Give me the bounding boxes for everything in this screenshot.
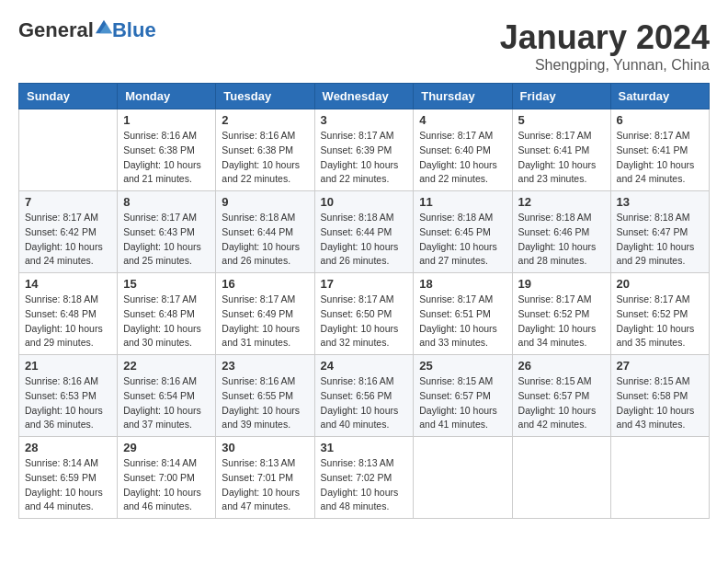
calendar-cell: 23Sunrise: 8:16 AMSunset: 6:55 PMDayligh… bbox=[216, 355, 314, 437]
day-info: Sunrise: 8:14 AMSunset: 7:00 PMDaylight:… bbox=[123, 456, 210, 514]
day-number: 19 bbox=[518, 277, 605, 291]
day-info: Sunrise: 8:16 AMSunset: 6:54 PMDaylight:… bbox=[123, 374, 210, 432]
location: Shengping, Yunnan, China bbox=[500, 57, 710, 74]
calendar-cell: 31Sunrise: 8:13 AMSunset: 7:02 PMDayligh… bbox=[314, 437, 414, 519]
calendar-week-row: 7Sunrise: 8:17 AMSunset: 6:42 PMDaylight… bbox=[19, 191, 710, 273]
calendar-week-row: 14Sunrise: 8:18 AMSunset: 6:48 PMDayligh… bbox=[19, 273, 710, 355]
day-number: 17 bbox=[321, 277, 408, 291]
day-number: 6 bbox=[617, 113, 703, 127]
day-info: Sunrise: 8:17 AMSunset: 6:50 PMDaylight:… bbox=[321, 293, 408, 350]
calendar-cell: 8Sunrise: 8:17 AMSunset: 6:43 PMDaylight… bbox=[118, 191, 216, 273]
day-number: 4 bbox=[419, 113, 506, 127]
calendar-cell bbox=[414, 437, 512, 519]
day-number: 20 bbox=[617, 277, 703, 291]
calendar-cell: 19Sunrise: 8:17 AMSunset: 6:52 PMDayligh… bbox=[512, 273, 610, 355]
day-number: 29 bbox=[123, 441, 210, 454]
calendar-cell: 11Sunrise: 8:18 AMSunset: 6:45 PMDayligh… bbox=[414, 191, 512, 273]
day-info: Sunrise: 8:15 AMSunset: 6:58 PMDaylight:… bbox=[617, 374, 703, 432]
calendar-cell: 9Sunrise: 8:18 AMSunset: 6:44 PMDaylight… bbox=[216, 191, 314, 273]
day-info: Sunrise: 8:18 AMSunset: 6:45 PMDaylight:… bbox=[419, 211, 506, 269]
calendar-cell: 17Sunrise: 8:17 AMSunset: 6:50 PMDayligh… bbox=[314, 273, 414, 355]
day-number: 9 bbox=[222, 195, 308, 209]
day-info: Sunrise: 8:17 AMSunset: 6:41 PMDaylight:… bbox=[518, 129, 605, 187]
day-info: Sunrise: 8:16 AMSunset: 6:56 PMDaylight:… bbox=[321, 374, 408, 432]
day-info: Sunrise: 8:15 AMSunset: 6:57 PMDaylight:… bbox=[518, 374, 605, 432]
day-info: Sunrise: 8:17 AMSunset: 6:52 PMDaylight:… bbox=[518, 293, 605, 350]
day-number: 8 bbox=[123, 195, 210, 209]
day-number: 11 bbox=[419, 195, 506, 209]
day-info: Sunrise: 8:18 AMSunset: 6:46 PMDaylight:… bbox=[518, 211, 605, 269]
calendar-header-wednesday: Wednesday bbox=[314, 84, 414, 109]
day-number: 15 bbox=[123, 277, 210, 291]
day-info: Sunrise: 8:18 AMSunset: 6:44 PMDaylight:… bbox=[222, 211, 308, 269]
calendar-header-row: SundayMondayTuesdayWednesdayThursdayFrid… bbox=[19, 84, 710, 109]
calendar-cell: 27Sunrise: 8:15 AMSunset: 6:58 PMDayligh… bbox=[610, 355, 709, 437]
day-number: 16 bbox=[222, 277, 308, 291]
day-number: 12 bbox=[518, 195, 605, 209]
calendar-cell: 7Sunrise: 8:17 AMSunset: 6:42 PMDaylight… bbox=[19, 191, 118, 273]
calendar-cell: 16Sunrise: 8:17 AMSunset: 6:49 PMDayligh… bbox=[216, 273, 314, 355]
day-number: 31 bbox=[321, 441, 408, 454]
day-number: 2 bbox=[222, 113, 308, 127]
day-number: 14 bbox=[25, 277, 111, 291]
day-number: 30 bbox=[222, 441, 308, 454]
calendar-cell: 18Sunrise: 8:17 AMSunset: 6:51 PMDayligh… bbox=[414, 273, 512, 355]
calendar-cell: 29Sunrise: 8:14 AMSunset: 7:00 PMDayligh… bbox=[118, 437, 216, 519]
calendar-cell: 4Sunrise: 8:17 AMSunset: 6:40 PMDaylight… bbox=[414, 109, 512, 191]
day-info: Sunrise: 8:17 AMSunset: 6:39 PMDaylight:… bbox=[321, 129, 408, 187]
calendar-cell: 24Sunrise: 8:16 AMSunset: 6:56 PMDayligh… bbox=[314, 355, 414, 437]
day-number: 21 bbox=[25, 359, 111, 373]
day-info: Sunrise: 8:14 AMSunset: 6:59 PMDaylight:… bbox=[25, 456, 111, 514]
page-header: General Blue January 2024 Shengping, Yun… bbox=[18, 18, 710, 74]
title-block: January 2024 Shengping, Yunnan, China bbox=[500, 18, 710, 74]
day-info: Sunrise: 8:16 AMSunset: 6:55 PMDaylight:… bbox=[222, 374, 308, 432]
calendar-header-saturday: Saturday bbox=[610, 84, 709, 109]
calendar-cell: 3Sunrise: 8:17 AMSunset: 6:39 PMDaylight… bbox=[314, 109, 414, 191]
calendar-week-row: 1Sunrise: 8:16 AMSunset: 6:38 PMDaylight… bbox=[19, 109, 710, 191]
calendar-cell: 25Sunrise: 8:15 AMSunset: 6:57 PMDayligh… bbox=[414, 355, 512, 437]
day-number: 22 bbox=[123, 359, 210, 373]
calendar-cell bbox=[512, 437, 610, 519]
calendar-header-sunday: Sunday bbox=[19, 84, 118, 109]
calendar-cell: 12Sunrise: 8:18 AMSunset: 6:46 PMDayligh… bbox=[512, 191, 610, 273]
month-title: January 2024 bbox=[500, 18, 710, 57]
day-info: Sunrise: 8:17 AMSunset: 6:42 PMDaylight:… bbox=[25, 211, 111, 269]
day-info: Sunrise: 8:17 AMSunset: 6:52 PMDaylight:… bbox=[617, 293, 703, 350]
calendar-cell: 13Sunrise: 8:18 AMSunset: 6:47 PMDayligh… bbox=[610, 191, 709, 273]
calendar-cell bbox=[19, 109, 118, 191]
calendar-cell: 14Sunrise: 8:18 AMSunset: 6:48 PMDayligh… bbox=[19, 273, 118, 355]
logo-icon bbox=[96, 18, 112, 35]
calendar-week-row: 21Sunrise: 8:16 AMSunset: 6:53 PMDayligh… bbox=[19, 355, 710, 437]
day-info: Sunrise: 8:16 AMSunset: 6:53 PMDaylight:… bbox=[25, 374, 111, 432]
calendar-header-thursday: Thursday bbox=[414, 84, 512, 109]
day-number: 26 bbox=[518, 359, 605, 373]
day-number: 5 bbox=[518, 113, 605, 127]
day-info: Sunrise: 8:17 AMSunset: 6:51 PMDaylight:… bbox=[419, 293, 506, 350]
day-number: 1 bbox=[123, 113, 210, 127]
day-info: Sunrise: 8:13 AMSunset: 7:02 PMDaylight:… bbox=[321, 456, 408, 514]
calendar-header-tuesday: Tuesday bbox=[216, 84, 314, 109]
day-number: 3 bbox=[321, 113, 408, 127]
logo: General Blue bbox=[18, 18, 156, 42]
logo-blue: Blue bbox=[112, 18, 156, 42]
day-number: 10 bbox=[321, 195, 408, 209]
day-number: 27 bbox=[617, 359, 703, 373]
day-info: Sunrise: 8:18 AMSunset: 6:48 PMDaylight:… bbox=[25, 293, 111, 350]
day-number: 18 bbox=[419, 277, 506, 291]
calendar-cell: 10Sunrise: 8:18 AMSunset: 6:44 PMDayligh… bbox=[314, 191, 414, 273]
day-number: 28 bbox=[25, 441, 111, 454]
calendar-cell: 6Sunrise: 8:17 AMSunset: 6:41 PMDaylight… bbox=[610, 109, 709, 191]
day-info: Sunrise: 8:18 AMSunset: 6:44 PMDaylight:… bbox=[321, 211, 408, 269]
calendar-header-monday: Monday bbox=[118, 84, 216, 109]
day-number: 7 bbox=[25, 195, 111, 209]
calendar-week-row: 28Sunrise: 8:14 AMSunset: 6:59 PMDayligh… bbox=[19, 437, 710, 519]
day-info: Sunrise: 8:18 AMSunset: 6:47 PMDaylight:… bbox=[617, 211, 703, 269]
calendar-cell: 21Sunrise: 8:16 AMSunset: 6:53 PMDayligh… bbox=[19, 355, 118, 437]
day-info: Sunrise: 8:17 AMSunset: 6:40 PMDaylight:… bbox=[419, 129, 506, 187]
day-info: Sunrise: 8:13 AMSunset: 7:01 PMDaylight:… bbox=[222, 456, 308, 514]
calendar-cell: 15Sunrise: 8:17 AMSunset: 6:48 PMDayligh… bbox=[118, 273, 216, 355]
calendar-header-friday: Friday bbox=[512, 84, 610, 109]
day-info: Sunrise: 8:17 AMSunset: 6:43 PMDaylight:… bbox=[123, 211, 210, 269]
calendar-cell: 1Sunrise: 8:16 AMSunset: 6:38 PMDaylight… bbox=[118, 109, 216, 191]
day-number: 24 bbox=[321, 359, 408, 373]
